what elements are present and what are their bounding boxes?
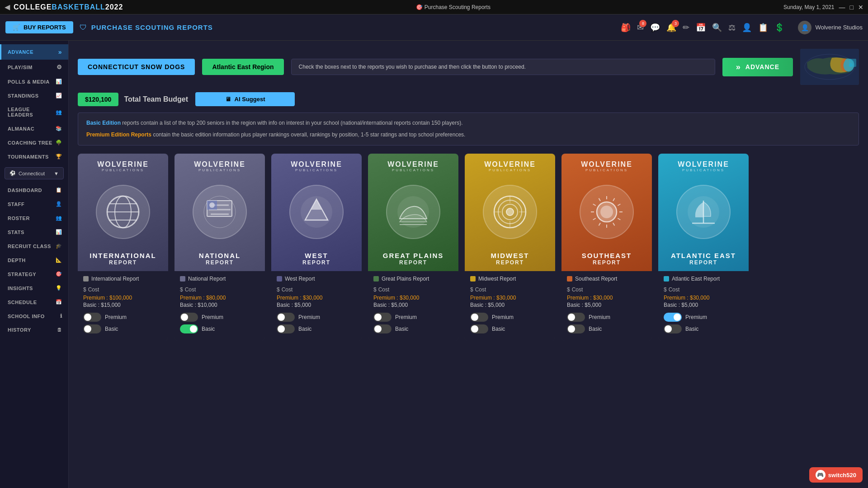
toggle-basic-international[interactable]	[83, 324, 101, 333]
sidebar-item-depth[interactable]: DEPTH 📐	[0, 253, 68, 267]
sidebar-item-almanac[interactable]: ALMANAC 📚	[0, 122, 68, 136]
report-title-block-atlantic-east: ATLANTIC EAST REPORT	[671, 252, 736, 266]
toggle-premium-great-plains[interactable]	[373, 313, 392, 322]
premium-edition-link[interactable]: Premium Edition Reports	[86, 131, 151, 138]
wolverine-title-midwest: WOLVERINE	[484, 161, 536, 168]
scales-icon[interactable]: ⚖	[728, 23, 736, 33]
toggle-knob-premium-international	[84, 314, 91, 321]
toggle-premium-west[interactable]	[277, 313, 295, 322]
toggle-premium-midwest[interactable]	[470, 313, 488, 322]
basic-label-southeast: Basic	[589, 326, 602, 332]
report-name-label-southeast: Southeast Report	[575, 276, 617, 282]
close-button[interactable]: ✕	[858, 4, 863, 11]
wolverine-pub-atlantic-east: WOLVERINE PUBLICATIONS	[678, 161, 729, 172]
edit-icon[interactable]: ✏	[683, 23, 689, 33]
chat-icon[interactable]: 💬	[650, 23, 660, 33]
cost-dollar-icon-international: $	[83, 286, 86, 293]
toggle-premium-international[interactable]	[83, 313, 101, 322]
sidebar-item-staff[interactable]: STAFF 👤	[0, 197, 68, 211]
back-icon[interactable]: ◀	[5, 3, 10, 11]
mail-icon[interactable]: ✉ 8	[637, 23, 644, 33]
sidebar-item-school-info[interactable]: SCHOOL INFO ℹ	[0, 309, 68, 323]
search-icon[interactable]: 🔍	[712, 23, 722, 33]
report-name-row-atlantic-east: Atlantic East Report	[664, 276, 743, 282]
sidebar-item-dashboard[interactable]: DASHBOARD 📋	[0, 183, 68, 197]
title-right: Sunday, May 1, 2021 — □ ✕	[783, 4, 863, 11]
bell-icon[interactable]: 🔔 3	[666, 23, 676, 33]
sidebar-item-roster[interactable]: ROSTER 👥	[0, 211, 68, 225]
basic-label-national: Basic	[202, 326, 215, 332]
sidebar-item-recruit[interactable]: RECRUIT CLASS 🎓	[0, 239, 68, 253]
sidebar-item-league-leaders[interactable]: LEAGUE LEADERS 👥	[0, 103, 68, 122]
toggle-basic-west[interactable]	[277, 324, 295, 333]
region-button[interactable]: Atlantic East Region	[202, 59, 283, 75]
wolverine-title-international: WOLVERINE	[97, 161, 149, 168]
premium-label-west: Premium	[298, 314, 320, 320]
date-display: Sunday, May 1, 2021	[783, 4, 835, 10]
switch-icon: 🎮	[816, 470, 826, 480]
user-icon[interactable]: 👤	[742, 23, 752, 33]
budget-row-left: $120,100 Total Team Budget	[78, 93, 188, 106]
sidebar-item-polls[interactable]: POLLS & MEDIA 📊	[0, 75, 68, 89]
cost-basic-atlantic-east: Basic : $5,000	[664, 302, 743, 308]
toggle-basic-national[interactable]	[180, 324, 198, 333]
sidebar-item-history[interactable]: HISTORY 🗓	[0, 323, 68, 337]
report-title-great-plains: GREAT PLAINS	[383, 252, 444, 259]
sidebar-item-schedule[interactable]: SCHEDULE 📅	[0, 295, 68, 309]
report-card-body-southeast: Southeast Report $ Cost Premium : $30,00…	[561, 271, 652, 341]
info-line-2-suffix: contain the basic edition information pl…	[153, 131, 465, 138]
sidebar-label-playsim: PLAY/SIM	[8, 65, 33, 70]
report-title-block-west: WEST REPORT	[302, 252, 330, 266]
cost-label-great-plains: Cost	[378, 286, 390, 293]
toggle-basic-southeast[interactable]	[567, 324, 585, 333]
team-selector[interactable]: ⚽ Connecticut ▼	[5, 167, 64, 179]
report-icon-southeast	[580, 185, 634, 239]
sidebar-item-standings[interactable]: STANDINGS 📈	[0, 89, 68, 103]
buy-reports-button[interactable]: 🛒 BUY REPORTS	[5, 21, 73, 33]
toggle-knob-premium-midwest	[471, 314, 478, 321]
toggle-knob-basic-west	[278, 325, 285, 333]
cost-label-national: Cost	[185, 286, 196, 293]
calendar-icon[interactable]: 📅	[696, 23, 706, 33]
toggle-basic-row-national: Basic	[180, 324, 259, 333]
sidebar-item-strategy[interactable]: STRATEGY 🎯	[0, 267, 68, 281]
dollar-icon[interactable]: 💲	[774, 23, 784, 33]
maximize-button[interactable]: □	[850, 4, 854, 11]
switch520-label: switch520	[828, 472, 856, 479]
report-dot-great-plains	[373, 276, 379, 282]
minimize-button[interactable]: —	[839, 4, 845, 11]
backpack-icon[interactable]: 🎒	[621, 23, 631, 33]
sidebar-label-depth: DEPTH	[8, 258, 26, 263]
sidebar-item-playsim[interactable]: PLAY/SIM ⚙	[0, 60, 68, 75]
toggle-premium-atlantic-east[interactable]	[664, 313, 682, 322]
wolverine-sub-great-plains: PUBLICATIONS	[387, 168, 439, 172]
report-title-southeast: SOUTHEAST	[582, 252, 632, 259]
sidebar-item-advance[interactable]: ADVANCE »	[0, 44, 68, 60]
toggle-basic-row-international: Basic	[83, 324, 163, 333]
report-card-body-atlantic-east: Atlantic East Report $ Cost Premium : $3…	[658, 271, 749, 341]
team-selector-label: Connecticut	[19, 171, 45, 176]
chevron-right-icon: »	[58, 48, 62, 56]
sidebar-item-stats[interactable]: STATS 📊	[0, 225, 68, 239]
sidebar-item-tournaments[interactable]: TOURNAMENTS 🏆	[0, 150, 68, 164]
toggle-premium-southeast[interactable]	[567, 313, 585, 322]
content-area: CONNECTICUT SNOW DOGS Atlantic East Regi…	[69, 41, 868, 488]
sidebar-item-coaching[interactable]: COACHING TREE 🌳	[0, 136, 68, 150]
clipboard-icon[interactable]: 📋	[758, 23, 768, 33]
toggle-basic-great-plains[interactable]	[373, 324, 392, 333]
advance-button[interactable]: » Advance	[722, 58, 793, 76]
info-line-1: Basic Edition reports contain a list of …	[86, 118, 850, 127]
snow-dogs-button[interactable]: CONNECTICUT SNOW DOGS	[78, 59, 195, 75]
toggle-basic-atlantic-east[interactable]	[664, 324, 682, 333]
window-title: Purchase Scouting Reports	[425, 4, 491, 10]
toggle-premium-row-midwest: Premium	[470, 313, 550, 322]
toggle-basic-midwest[interactable]	[470, 324, 488, 333]
report-title-midwest: MIDWEST	[491, 252, 529, 259]
report-title-atlantic-east: ATLANTIC EAST	[671, 252, 736, 259]
report-name-label-international: International Report	[91, 276, 139, 282]
toggle-premium-national[interactable]	[180, 313, 198, 322]
ai-suggest-button[interactable]: 🖥 AI Suggest	[195, 92, 295, 106]
wolverine-pub-international: WOLVERINE PUBLICATIONS	[97, 161, 149, 172]
sidebar-item-insights[interactable]: INSIGHTS 💡	[0, 281, 68, 295]
report-subtitle-atlantic-east: REPORT	[671, 259, 736, 266]
